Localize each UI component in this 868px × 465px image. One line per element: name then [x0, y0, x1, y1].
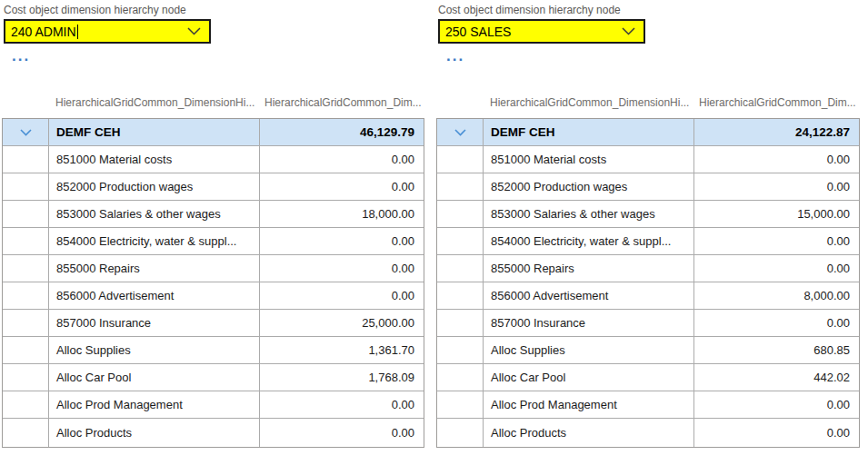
row-selector-cell[interactable] — [437, 119, 484, 145]
cost-element-name-cell[interactable]: 854000 Electricity, water & suppl... — [484, 228, 694, 254]
cost-value-cell[interactable]: 0.00 — [260, 146, 424, 173]
row-selector-cell[interactable] — [3, 119, 49, 145]
cost-value-cell[interactable]: 24,122.87 — [694, 119, 859, 145]
row-selector-cell[interactable] — [437, 391, 484, 418]
cost-element-name-cell[interactable]: 855000 Repairs — [49, 255, 260, 282]
row-selector-cell[interactable] — [437, 173, 484, 200]
cost-element-name-cell[interactable]: Alloc Supplies — [484, 337, 694, 363]
table-row[interactable]: Alloc Products0.00 — [3, 419, 424, 447]
row-selector-cell[interactable] — [3, 364, 49, 391]
column-header-dimension[interactable]: HierarchicalGridCommon_DimensionHi... — [48, 96, 259, 109]
table-row[interactable]: Alloc Car Pool442.02 — [437, 364, 859, 391]
more-options-button[interactable]: ... — [446, 48, 464, 64]
table-row-selected[interactable]: DEMF CEH46,129.79 — [3, 119, 424, 146]
row-selector-cell[interactable] — [437, 201, 484, 227]
table-row[interactable]: Alloc Prod Management0.00 — [437, 391, 859, 419]
table-row[interactable]: 857000 Insurance25,000.00 — [3, 310, 424, 337]
cost-value-cell[interactable]: 0.00 — [260, 228, 424, 254]
table-row[interactable]: Alloc Products0.00 — [437, 419, 859, 447]
row-selector-cell[interactable] — [3, 228, 49, 254]
cost-element-name-cell[interactable]: 854000 Electricity, water & suppl... — [49, 228, 260, 254]
cost-value-cell[interactable]: 0.00 — [694, 228, 859, 254]
row-selector-cell[interactable] — [437, 228, 484, 254]
chevron-down-icon[interactable] — [187, 27, 201, 35]
cost-element-name-cell[interactable]: 855000 Repairs — [484, 255, 694, 282]
row-selector-cell[interactable] — [3, 255, 49, 282]
table-row[interactable]: 855000 Repairs0.00 — [437, 255, 859, 282]
cost-value-cell[interactable]: 1,361.70 — [260, 337, 424, 363]
cost-element-name-cell[interactable]: Alloc Products — [49, 419, 260, 447]
cost-value-cell[interactable]: 0.00 — [694, 173, 859, 200]
column-header-value[interactable]: HierarchicalGridCommon_Dim... — [259, 96, 424, 109]
table-row[interactable]: Alloc Supplies1,361.70 — [3, 337, 424, 364]
hierarchy-node-combobox[interactable]: 250 SALES — [438, 19, 645, 44]
table-row[interactable]: 854000 Electricity, water & suppl...0.00 — [3, 228, 424, 255]
cost-element-name-cell[interactable]: 853000 Salaries & other wages — [484, 201, 694, 227]
cost-value-cell[interactable]: 0.00 — [260, 391, 424, 418]
row-selector-cell[interactable] — [3, 173, 49, 200]
table-row[interactable]: 852000 Production wages0.00 — [437, 173, 859, 201]
cost-value-cell[interactable]: 46,129.79 — [260, 119, 424, 145]
row-selector-cell[interactable] — [3, 282, 49, 309]
row-selector-cell[interactable] — [3, 419, 49, 447]
row-selector-cell[interactable] — [3, 310, 49, 336]
cost-element-name-cell[interactable]: 856000 Advertisement — [49, 282, 260, 309]
cost-value-cell[interactable]: 18,000.00 — [260, 201, 424, 227]
chevron-down-icon[interactable] — [622, 27, 635, 35]
row-selector-cell[interactable] — [3, 337, 49, 363]
cost-value-cell[interactable]: 8,000.00 — [694, 282, 859, 309]
cost-value-cell[interactable]: 442.02 — [694, 364, 859, 391]
cost-element-name-cell[interactable]: Alloc Car Pool — [49, 364, 260, 391]
cost-element-name-cell[interactable]: Alloc Prod Management — [484, 391, 694, 418]
table-row[interactable]: 856000 Advertisement0.00 — [3, 282, 424, 310]
table-row[interactable]: 851000 Material costs0.00 — [437, 146, 859, 173]
row-selector-cell[interactable] — [437, 146, 484, 173]
column-header-dimension[interactable]: HierarchicalGridCommon_DimensionHi... — [483, 96, 693, 109]
row-selector-cell[interactable] — [3, 201, 49, 227]
cost-element-name-cell[interactable]: 857000 Insurance — [484, 310, 694, 336]
table-row[interactable]: 853000 Salaries & other wages18,000.00 — [3, 201, 424, 228]
cost-element-name-cell[interactable]: 851000 Material costs — [484, 146, 694, 173]
cost-element-name-cell[interactable]: DEMF CEH — [484, 119, 694, 145]
table-row[interactable]: 856000 Advertisement8,000.00 — [437, 282, 859, 310]
row-selector-cell[interactable] — [437, 337, 484, 363]
cost-value-cell[interactable]: 0.00 — [260, 282, 424, 309]
cost-element-name-cell[interactable]: Alloc Car Pool — [484, 364, 694, 391]
cost-element-name-cell[interactable]: 856000 Advertisement — [484, 282, 694, 309]
table-row[interactable]: 855000 Repairs0.00 — [3, 255, 424, 282]
cost-value-cell[interactable]: 0.00 — [260, 255, 424, 282]
cost-element-name-cell[interactable]: Alloc Prod Management — [49, 391, 260, 418]
cost-element-name-cell[interactable]: DEMF CEH — [49, 119, 260, 145]
row-selector-cell[interactable] — [3, 146, 49, 173]
table-row-selected[interactable]: DEMF CEH24,122.87 — [437, 119, 859, 146]
table-row[interactable]: 853000 Salaries & other wages15,000.00 — [437, 201, 859, 228]
cost-value-cell[interactable]: 0.00 — [694, 419, 859, 447]
cost-value-cell[interactable]: 15,000.00 — [694, 201, 859, 227]
cost-element-name-cell[interactable]: Alloc Supplies — [49, 337, 260, 363]
cost-value-cell[interactable]: 0.00 — [694, 146, 859, 173]
cost-value-cell[interactable]: 0.00 — [260, 173, 424, 200]
table-row[interactable]: Alloc Prod Management0.00 — [3, 391, 424, 419]
table-row[interactable]: 852000 Production wages0.00 — [3, 173, 424, 201]
column-header-value[interactable]: HierarchicalGridCommon_Dim... — [693, 96, 860, 109]
cost-value-cell[interactable]: 680.85 — [694, 337, 859, 363]
row-selector-cell[interactable] — [437, 282, 484, 309]
cost-element-name-cell[interactable]: 852000 Production wages — [49, 173, 260, 200]
table-row[interactable]: Alloc Supplies680.85 — [437, 337, 859, 364]
cost-element-name-cell[interactable]: 852000 Production wages — [484, 173, 694, 200]
hierarchy-node-combobox[interactable]: 240 ADMIN — [4, 19, 211, 44]
cost-value-cell[interactable]: 0.00 — [694, 391, 859, 418]
cost-value-cell[interactable]: 0.00 — [260, 419, 424, 447]
cost-value-cell[interactable]: 0.00 — [694, 310, 859, 336]
cost-element-name-cell[interactable]: 851000 Material costs — [49, 146, 260, 173]
cost-element-name-cell[interactable]: 857000 Insurance — [49, 310, 260, 336]
cost-element-name-cell[interactable]: Alloc Products — [484, 419, 694, 447]
table-row[interactable]: 851000 Material costs0.00 — [3, 146, 424, 173]
cost-value-cell[interactable]: 0.00 — [694, 255, 859, 282]
more-options-button[interactable]: ... — [12, 48, 30, 64]
row-selector-cell[interactable] — [3, 391, 49, 418]
cost-value-cell[interactable]: 1,768.09 — [260, 364, 424, 391]
table-row[interactable]: Alloc Car Pool1,768.09 — [3, 364, 424, 391]
row-selector-cell[interactable] — [437, 255, 484, 282]
cost-value-cell[interactable]: 25,000.00 — [260, 310, 424, 336]
